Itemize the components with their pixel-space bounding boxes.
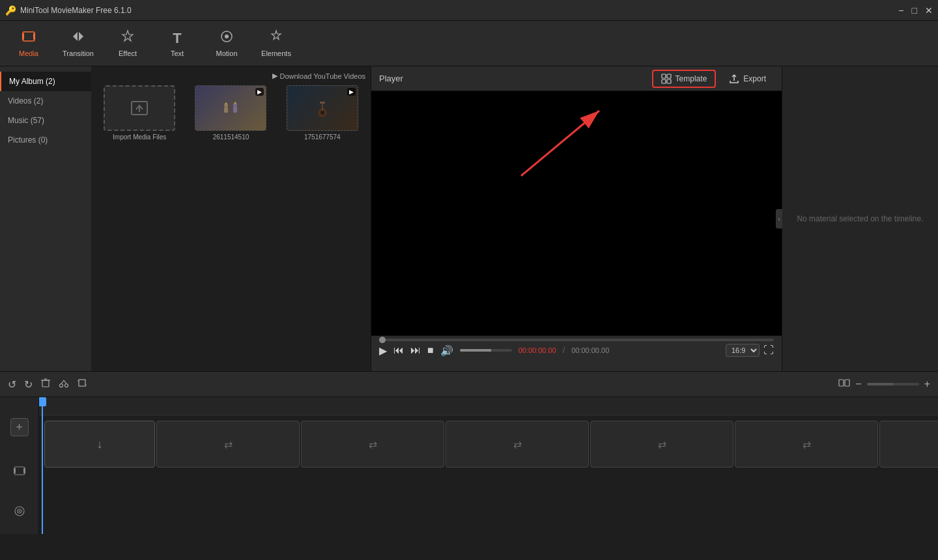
transition-arrow-2: ⇄ [369,438,377,451]
media-video-1-label: 2611514510 [213,133,249,141]
svg-line-29 [61,380,64,384]
player-title: Player [379,74,403,83]
media-video-2[interactable]: ▶ [287,85,358,131]
import-media-button[interactable] [104,85,175,131]
minimize-button[interactable]: − [898,5,903,16]
timeline-split-button[interactable] [838,377,850,391]
media-area: ▶ Download YouTube Videos [91,66,371,371]
toolbar-elements[interactable]: Elements [253,24,300,63]
toolbar-text[interactable]: T Text [154,24,201,63]
timeline-toolbar: ↺ ↻ [0,371,938,397]
sidebar-item-videos[interactable]: Videos (2) [0,91,91,111]
svg-rect-9 [224,107,228,113]
play-button[interactable]: ▶ [379,344,387,357]
delete-button[interactable] [40,378,51,391]
player-section: Player Template [371,66,782,371]
app-logo: 🔑 [5,5,16,16]
fullscreen-button[interactable]: ⛶ [763,344,774,356]
elements-icon [269,29,283,47]
timeline-transition-4[interactable]: ⇄ [590,421,733,468]
sidebar-item-pictures[interactable]: Pictures (0) [0,130,91,150]
toolbar-text-label: Text [171,49,184,57]
youtube-icon: ▶ [272,72,277,80]
toolbar-transition[interactable]: Transition [55,24,102,63]
toolbar-elements-label: Elements [261,49,291,57]
redo-button[interactable]: ↻ [24,378,33,391]
left-panel: My Album (2) Videos (2) Music (57) Pictu… [0,66,371,371]
zoom-in-button[interactable]: + [924,378,930,390]
volume-slider[interactable] [460,349,512,352]
volume-button[interactable]: 🔊 [440,344,453,357]
timeline-playhead[interactable] [42,397,43,534]
svg-line-23 [521,111,599,176]
timeline-side-panel: + [0,397,39,534]
timeline-main: ↓ ⇄ ⇄ ⇄ ⇄ ⇄ ⇄ [39,397,938,534]
timeline-clip[interactable]: ↓ [44,421,155,468]
timeline-transition-3[interactable]: ⇄ [446,421,589,468]
svg-marker-12 [225,102,227,104]
skip-forward-button[interactable]: ⏭ [410,344,421,356]
timeline-transition-5[interactable]: ⇄ [735,421,878,468]
svg-rect-35 [845,380,849,386]
svg-rect-24 [42,380,49,387]
panel-toggle-button[interactable]: › [776,209,782,229]
crop-button[interactable] [77,378,87,391]
toolbar-effect-label: Effect [119,49,137,57]
svg-rect-7 [221,100,240,116]
media-video-2-label: 1751677574 [304,133,341,141]
zoom-out-button[interactable]: − [855,378,861,390]
list-item: ▶ 2611514510 [188,85,274,141]
timeline-transition-2[interactable]: ⇄ [301,421,444,468]
svg-point-17 [320,111,324,115]
media-sidebar: My Album (2) Videos (2) Music (57) Pictu… [0,66,91,371]
transition-arrow-3: ⇄ [513,438,522,451]
timeline-toolbar-right: − + [838,377,930,391]
svg-rect-21 [667,79,671,83]
toolbar-transition-label: Transition [63,49,94,57]
media-header: ▶ Download YouTube Videos [96,72,365,80]
controls-left: ▶ ⏮ ⏭ ■ 🔊 00:00:00.00 / 00:00:00.00 [379,344,609,357]
svg-point-28 [65,384,68,387]
zoom-slider[interactable] [867,383,919,385]
template-button[interactable]: Template [652,70,717,88]
toolbar-media[interactable]: Media [5,24,52,63]
video-track: ↓ ⇄ ⇄ ⇄ ⇄ ⇄ ⇄ [39,418,938,470]
download-youtube-button[interactable]: ▶ Download YouTube Videos [272,72,366,80]
timeline-transition-1[interactable]: ⇄ [156,421,300,468]
current-time: 00:00:00.00 [519,346,556,354]
annotation-arrow [502,104,619,182]
effect-icon [121,29,135,47]
app-title: MiniTool MovieMaker Free 6.1.0 [20,6,132,15]
cut-button[interactable] [59,378,69,391]
add-track-icon: + [16,421,23,434]
download-btn-label: Download YouTube Videos [280,72,366,80]
undo-button[interactable]: ↺ [8,378,16,391]
maximize-button[interactable]: □ [912,5,917,16]
stop-button[interactable]: ■ [427,344,434,356]
export-button[interactable]: Export [721,70,774,88]
list-item: ▶ 1751677574 [279,85,365,141]
progress-bar[interactable] [379,339,774,341]
progress-handle[interactable] [379,337,386,343]
add-track-button[interactable]: + [10,418,29,436]
toolbar-effect[interactable]: Effect [104,24,151,63]
controls-right: 16:9 9:16 1:1 4:3 ⛶ [726,344,774,357]
toolbar-motion[interactable]: Motion [203,24,250,63]
timeline-ruler [39,397,938,415]
svg-rect-18 [662,74,666,78]
playhead-handle[interactable] [39,397,46,406]
sidebar-item-music[interactable]: Music (57) [0,111,91,130]
timeline-transition-6[interactable]: ⇄ [879,421,938,468]
player-actions: Template Export [652,70,774,88]
video-player [371,91,782,335]
total-time: 00:00:00.00 [571,346,609,354]
titlebar-left: 🔑 MiniTool MovieMaker Free 6.1.0 [5,5,132,16]
aspect-ratio-select[interactable]: 16:9 9:16 1:1 4:3 [726,344,760,357]
transition-icon [71,29,85,47]
media-video-1[interactable]: ▶ [195,85,266,131]
sidebar-item-my-album[interactable]: My Album (2) [0,72,91,91]
close-button[interactable]: ✕ [925,5,933,16]
skip-back-button[interactable]: ⏮ [393,344,404,356]
timeline-tracks: ↓ ⇄ ⇄ ⇄ ⇄ ⇄ ⇄ [39,415,938,499]
svg-line-30 [64,380,66,384]
